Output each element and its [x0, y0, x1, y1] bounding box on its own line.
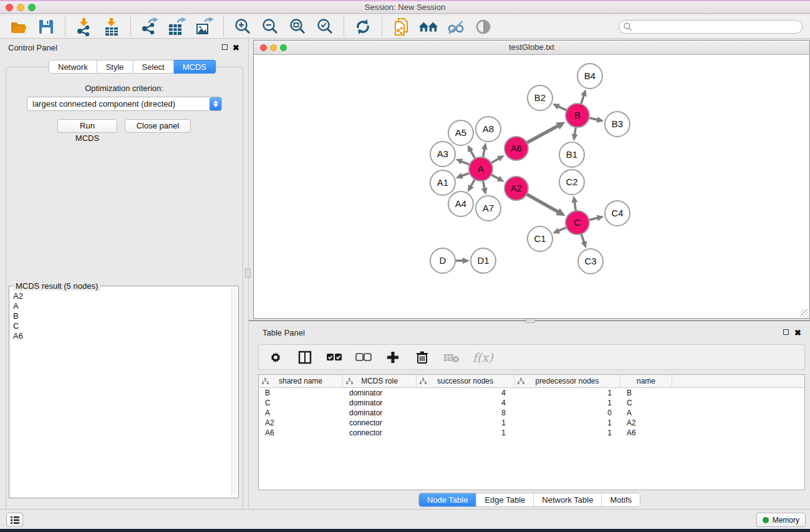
table-row[interactable]: A2connector11A2	[259, 418, 804, 428]
float-panel-icon[interactable]	[222, 44, 228, 50]
table-cell[interactable]: A2	[259, 418, 343, 428]
table-cell[interactable]: C	[259, 398, 343, 408]
table-cell[interactable]: 1	[514, 388, 620, 398]
import-table-button[interactable]	[102, 17, 122, 37]
edge-A-A4[interactable]	[470, 179, 475, 187]
edge-A-A8[interactable]	[483, 148, 485, 158]
open-session-button[interactable]	[9, 17, 29, 37]
table-cell[interactable]: B	[259, 388, 343, 398]
column-header-predecessor-nodes[interactable]: predecessor nodes	[514, 375, 620, 387]
function-builder-button[interactable]: f(x)	[473, 349, 493, 365]
table-cell[interactable]: 1	[514, 398, 620, 408]
import-network-button[interactable]	[74, 17, 94, 37]
edge-C-C3[interactable]	[581, 233, 584, 243]
table-cell[interactable]: A	[620, 408, 672, 418]
export-image-button[interactable]	[195, 17, 215, 37]
edge-C-C4[interactable]	[589, 218, 599, 220]
mcds-result-item[interactable]: A	[11, 301, 230, 311]
table-row[interactable]: Cdominator41C	[259, 398, 804, 408]
search-field[interactable]	[619, 20, 803, 34]
table-cell[interactable]: A	[259, 408, 343, 418]
zoom-selected-button[interactable]	[315, 17, 335, 37]
table-cell[interactable]: connector	[343, 418, 417, 428]
mcds-result-item[interactable]: B	[11, 311, 230, 321]
mcds-result-item[interactable]: C	[11, 321, 230, 331]
table-cell[interactable]: 1	[417, 428, 514, 438]
tab-node-table[interactable]: Node Table	[419, 493, 476, 506]
column-header-shared-name[interactable]: shared name	[259, 375, 343, 387]
table-cell[interactable]: A6	[259, 428, 343, 438]
edge-B-B1[interactable]	[574, 127, 576, 135]
table-cell[interactable]: dominator	[343, 388, 417, 398]
hide-graphics-details-button[interactable]	[446, 17, 466, 37]
close-panel-icon[interactable]: ✖	[233, 43, 239, 52]
tab-motifs[interactable]: Motifs	[601, 493, 640, 506]
edge-C-C2[interactable]	[574, 201, 576, 211]
delete-columns-button[interactable]	[414, 349, 430, 365]
network-zoom-button[interactable]	[280, 44, 287, 51]
edge-B-B3[interactable]	[589, 118, 599, 120]
mcds-result-item[interactable]: A6	[11, 331, 230, 341]
edge-C-C1[interactable]	[557, 227, 567, 231]
tab-style[interactable]: Style	[97, 60, 133, 74]
export-table-button[interactable]	[167, 17, 187, 37]
table-cell[interactable]: A6	[620, 428, 672, 438]
edge-A-A7[interactable]	[483, 180, 485, 190]
edge-B-B4[interactable]	[581, 95, 584, 105]
select-all-columns-button[interactable]	[326, 349, 342, 365]
node-table[interactable]: shared nameMCDS rolesuccessor nodesprede…	[258, 374, 805, 490]
table-cell[interactable]: 1	[417, 418, 514, 428]
edge-B-B2[interactable]	[557, 106, 567, 110]
tab-network[interactable]: Network	[49, 60, 97, 74]
run-mcds-button[interactable]: Run MCDS	[57, 119, 117, 133]
tab-edge-table[interactable]: Edge Table	[476, 493, 533, 506]
edge-A-A1[interactable]	[461, 173, 470, 176]
table-cell[interactable]: A2	[620, 418, 672, 428]
zoom-window-button[interactable]	[28, 4, 36, 11]
export-network-button[interactable]	[140, 17, 160, 37]
show-task-history-button[interactable]	[6, 513, 23, 527]
home-button[interactable]	[418, 17, 438, 37]
table-cell[interactable]: B	[620, 388, 672, 398]
column-header-name[interactable]: name	[620, 375, 672, 387]
edge-A-A6[interactable]	[491, 158, 500, 163]
edge-A-A3[interactable]	[461, 161, 470, 165]
close-panel-button[interactable]: Close panel	[125, 119, 191, 133]
table-cell[interactable]: C	[620, 398, 672, 408]
tab-network-table[interactable]: Network Table	[533, 493, 601, 506]
add-column-button[interactable]	[385, 349, 401, 365]
tab-select[interactable]: Select	[133, 60, 174, 74]
edge-A-A5[interactable]	[470, 150, 475, 159]
save-session-button[interactable]	[36, 17, 56, 37]
table-cell[interactable]: 4	[417, 388, 514, 398]
zoom-fit-button[interactable]	[287, 17, 307, 37]
tab-mcds[interactable]: MCDS	[174, 60, 216, 74]
memory-button[interactable]: Memory	[756, 513, 806, 527]
table-cell[interactable]: dominator	[343, 398, 417, 408]
float-table-panel-icon[interactable]	[783, 329, 789, 335]
column-header-successor-nodes[interactable]: successor nodes	[417, 375, 514, 387]
unselect-all-columns-button[interactable]	[355, 349, 372, 365]
minimize-window-button[interactable]	[17, 4, 24, 11]
apply-layout-button[interactable]	[353, 17, 373, 37]
zoom-out-button[interactable]	[260, 17, 280, 37]
table-row[interactable]: Adominator80A	[259, 408, 804, 418]
table-row[interactable]: A6connector11A6	[259, 428, 804, 438]
table-row[interactable]: Bdominator41B	[259, 388, 804, 398]
window-resize-grip[interactable]	[801, 309, 809, 317]
column-layout-button[interactable]	[297, 349, 313, 365]
mcds-result-item[interactable]: A2	[11, 291, 230, 301]
show-graphics-details-button[interactable]	[473, 17, 493, 37]
table-cell[interactable]: 1	[514, 418, 620, 428]
edge-A6-B[interactable]	[526, 125, 559, 143]
table-cell[interactable]: connector	[343, 428, 417, 438]
edge-A-A2[interactable]	[491, 175, 499, 180]
table-cell[interactable]: 8	[417, 408, 514, 418]
close-table-panel-icon[interactable]: ✖	[794, 328, 801, 337]
network-canvas[interactable]: AA1A2A3A4A5A6A7A8BB1B2B3B4CC1C2C3C4DD1	[254, 55, 809, 318]
delete-table-button[interactable]	[443, 349, 460, 365]
settings-gear-button[interactable]	[268, 349, 284, 365]
network-minimize-button[interactable]	[270, 44, 277, 51]
table-cell[interactable]: 1	[514, 428, 620, 438]
table-cell[interactable]: 4	[417, 398, 514, 408]
